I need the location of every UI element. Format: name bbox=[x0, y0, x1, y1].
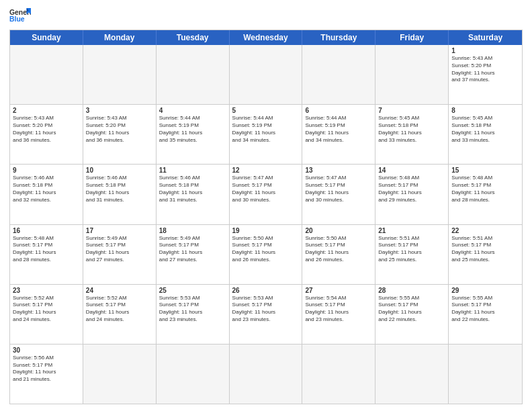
logo: General Blue bbox=[9, 7, 31, 26]
day-number: 3 bbox=[86, 107, 153, 114]
calendar-cell bbox=[230, 345, 303, 404]
day-number: 10 bbox=[86, 167, 153, 174]
day-info: Sunrise: 5:47 AM Sunset: 5:17 PM Dayligh… bbox=[232, 175, 300, 203]
day-info: Sunrise: 5:44 AM Sunset: 5:19 PM Dayligh… bbox=[232, 115, 300, 144]
calendar-cell bbox=[375, 345, 449, 404]
calendar-cell bbox=[83, 345, 157, 404]
day-number: 15 bbox=[451, 167, 519, 174]
day-number: 1 bbox=[451, 47, 519, 54]
day-number: 13 bbox=[305, 167, 372, 174]
calendar-cell: 18Sunrise: 5:49 AM Sunset: 5:17 PM Dayli… bbox=[157, 225, 230, 284]
day-info: Sunrise: 5:48 AM Sunset: 5:17 PM Dayligh… bbox=[13, 235, 80, 264]
day-number: 8 bbox=[451, 107, 519, 114]
header-day-tuesday: Tuesday bbox=[157, 30, 230, 45]
calendar-cell: 13Sunrise: 5:47 AM Sunset: 5:17 PM Dayli… bbox=[302, 165, 375, 224]
header-day-sunday: Sunday bbox=[10, 30, 83, 45]
day-info: Sunrise: 5:48 AM Sunset: 5:17 PM Dayligh… bbox=[378, 175, 445, 203]
calendar-cell: 22Sunrise: 5:51 AM Sunset: 5:17 PM Dayli… bbox=[449, 225, 522, 284]
calendar-week-1: 2Sunrise: 5:43 AM Sunset: 5:20 PM Daylig… bbox=[10, 104, 522, 164]
day-number: 27 bbox=[305, 287, 372, 294]
calendar-cell: 6Sunrise: 5:44 AM Sunset: 5:19 PM Daylig… bbox=[302, 105, 375, 164]
calendar-cell: 16Sunrise: 5:48 AM Sunset: 5:17 PM Dayli… bbox=[10, 225, 83, 284]
day-info: Sunrise: 5:52 AM Sunset: 5:17 PM Dayligh… bbox=[13, 295, 80, 324]
day-number: 6 bbox=[305, 107, 372, 114]
calendar-cell: 14Sunrise: 5:48 AM Sunset: 5:17 PM Dayli… bbox=[375, 165, 449, 224]
day-number: 9 bbox=[13, 167, 80, 174]
calendar-body: 1Sunrise: 5:43 AM Sunset: 5:20 PM Daylig… bbox=[10, 45, 522, 404]
calendar-week-2: 9Sunrise: 5:46 AM Sunset: 5:18 PM Daylig… bbox=[10, 164, 522, 224]
day-number: 29 bbox=[451, 287, 519, 294]
day-number: 4 bbox=[159, 107, 226, 114]
calendar-cell bbox=[230, 45, 303, 104]
day-info: Sunrise: 5:44 AM Sunset: 5:19 PM Dayligh… bbox=[305, 115, 372, 144]
calendar-cell bbox=[157, 345, 230, 404]
calendar-cell: 29Sunrise: 5:55 AM Sunset: 5:17 PM Dayli… bbox=[449, 285, 522, 344]
day-info: Sunrise: 5:54 AM Sunset: 5:17 PM Dayligh… bbox=[305, 295, 372, 324]
day-info: Sunrise: 5:51 AM Sunset: 5:17 PM Dayligh… bbox=[451, 235, 519, 264]
day-number: 7 bbox=[378, 107, 445, 114]
calendar-cell: 25Sunrise: 5:53 AM Sunset: 5:17 PM Dayli… bbox=[157, 285, 230, 344]
day-info: Sunrise: 5:51 AM Sunset: 5:17 PM Dayligh… bbox=[378, 235, 445, 264]
calendar-cell: 4Sunrise: 5:44 AM Sunset: 5:19 PM Daylig… bbox=[157, 105, 230, 164]
header-day-saturday: Saturday bbox=[449, 30, 522, 45]
calendar-cell bbox=[10, 45, 83, 104]
calendar-cell: 2Sunrise: 5:43 AM Sunset: 5:20 PM Daylig… bbox=[10, 105, 83, 164]
calendar-cell: 20Sunrise: 5:50 AM Sunset: 5:17 PM Dayli… bbox=[302, 225, 375, 284]
calendar-cell: 28Sunrise: 5:55 AM Sunset: 5:17 PM Dayli… bbox=[375, 285, 449, 344]
day-info: Sunrise: 5:50 AM Sunset: 5:17 PM Dayligh… bbox=[232, 235, 300, 264]
day-info: Sunrise: 5:43 AM Sunset: 5:20 PM Dayligh… bbox=[451, 55, 519, 84]
header-day-thursday: Thursday bbox=[302, 30, 375, 45]
calendar-cell: 30Sunrise: 5:56 AM Sunset: 5:17 PM Dayli… bbox=[10, 345, 83, 404]
day-info: Sunrise: 5:46 AM Sunset: 5:18 PM Dayligh… bbox=[13, 175, 80, 203]
day-number: 21 bbox=[378, 227, 445, 234]
svg-text:Blue: Blue bbox=[9, 15, 25, 23]
calendar-cell: 8Sunrise: 5:45 AM Sunset: 5:18 PM Daylig… bbox=[449, 105, 522, 164]
calendar-cell: 26Sunrise: 5:53 AM Sunset: 5:17 PM Dayli… bbox=[230, 285, 303, 344]
day-number: 26 bbox=[232, 287, 300, 294]
day-info: Sunrise: 5:44 AM Sunset: 5:19 PM Dayligh… bbox=[159, 115, 226, 144]
day-info: Sunrise: 5:53 AM Sunset: 5:17 PM Dayligh… bbox=[232, 295, 300, 324]
calendar-cell: 24Sunrise: 5:52 AM Sunset: 5:17 PM Dayli… bbox=[83, 285, 157, 344]
day-info: Sunrise: 5:52 AM Sunset: 5:17 PM Dayligh… bbox=[86, 295, 153, 324]
calendar-cell bbox=[375, 45, 449, 104]
day-number: 28 bbox=[378, 287, 445, 294]
day-number: 11 bbox=[159, 167, 226, 174]
calendar-cell: 1Sunrise: 5:43 AM Sunset: 5:20 PM Daylig… bbox=[449, 45, 522, 104]
day-info: Sunrise: 5:49 AM Sunset: 5:17 PM Dayligh… bbox=[159, 235, 226, 264]
day-number: 12 bbox=[232, 167, 300, 174]
calendar-week-4: 23Sunrise: 5:52 AM Sunset: 5:17 PM Dayli… bbox=[10, 284, 522, 344]
calendar: SundayMondayTuesdayWednesdayThursdayFrid… bbox=[9, 30, 523, 404]
calendar-cell bbox=[449, 345, 522, 404]
calendar-cell bbox=[302, 345, 375, 404]
day-info: Sunrise: 5:50 AM Sunset: 5:17 PM Dayligh… bbox=[305, 235, 372, 264]
day-info: Sunrise: 5:45 AM Sunset: 5:18 PM Dayligh… bbox=[451, 115, 519, 144]
calendar-cell: 7Sunrise: 5:45 AM Sunset: 5:18 PM Daylig… bbox=[375, 105, 449, 164]
day-info: Sunrise: 5:43 AM Sunset: 5:20 PM Dayligh… bbox=[86, 115, 153, 144]
calendar-cell: 12Sunrise: 5:47 AM Sunset: 5:17 PM Dayli… bbox=[230, 165, 303, 224]
calendar-week-3: 16Sunrise: 5:48 AM Sunset: 5:17 PM Dayli… bbox=[10, 224, 522, 284]
calendar-cell: 3Sunrise: 5:43 AM Sunset: 5:20 PM Daylig… bbox=[83, 105, 157, 164]
day-number: 17 bbox=[86, 227, 153, 234]
calendar-week-5: 30Sunrise: 5:56 AM Sunset: 5:17 PM Dayli… bbox=[10, 344, 522, 404]
day-number: 24 bbox=[86, 287, 153, 294]
day-number: 14 bbox=[378, 167, 445, 174]
day-info: Sunrise: 5:53 AM Sunset: 5:17 PM Dayligh… bbox=[159, 295, 226, 324]
header-day-friday: Friday bbox=[375, 30, 449, 45]
calendar-cell: 11Sunrise: 5:46 AM Sunset: 5:18 PM Dayli… bbox=[157, 165, 230, 224]
day-number: 23 bbox=[13, 287, 80, 294]
calendar-cell: 17Sunrise: 5:49 AM Sunset: 5:17 PM Dayli… bbox=[83, 225, 157, 284]
calendar-header: SundayMondayTuesdayWednesdayThursdayFrid… bbox=[10, 30, 522, 45]
day-info: Sunrise: 5:46 AM Sunset: 5:18 PM Dayligh… bbox=[86, 175, 153, 203]
day-info: Sunrise: 5:47 AM Sunset: 5:17 PM Dayligh… bbox=[305, 175, 372, 203]
day-info: Sunrise: 5:49 AM Sunset: 5:17 PM Dayligh… bbox=[86, 235, 153, 264]
header-day-monday: Monday bbox=[83, 30, 157, 45]
day-number: 30 bbox=[13, 347, 80, 354]
calendar-cell: 9Sunrise: 5:46 AM Sunset: 5:18 PM Daylig… bbox=[10, 165, 83, 224]
day-info: Sunrise: 5:55 AM Sunset: 5:17 PM Dayligh… bbox=[378, 295, 445, 324]
calendar-cell: 5Sunrise: 5:44 AM Sunset: 5:19 PM Daylig… bbox=[230, 105, 303, 164]
day-number: 5 bbox=[232, 107, 300, 114]
day-info: Sunrise: 5:55 AM Sunset: 5:17 PM Dayligh… bbox=[451, 295, 519, 324]
day-number: 16 bbox=[13, 227, 80, 234]
calendar-cell bbox=[83, 45, 157, 104]
header-day-wednesday: Wednesday bbox=[230, 30, 303, 45]
